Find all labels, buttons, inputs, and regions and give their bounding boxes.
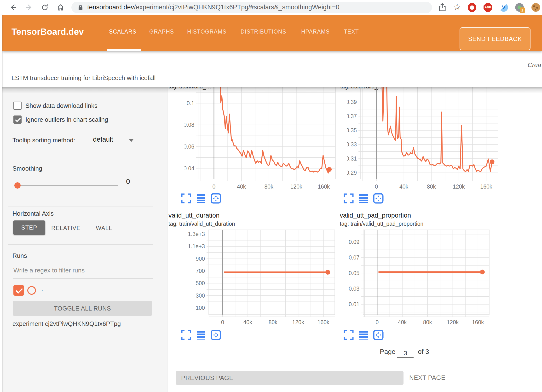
show-download-checkbox[interactable] (13, 102, 22, 110)
smoothing-value[interactable]: 0 (126, 177, 130, 185)
runs-filter-input[interactable] (13, 266, 148, 274)
fit-to-data-icon[interactable] (373, 330, 384, 340)
smoothing-slider-track[interactable] (16, 185, 118, 186)
chart-canvas-1[interactable]: 0.390.370.350.330.310.29040k80k120k160k (347, 81, 506, 195)
abp-extension-icon[interactable]: ABP (484, 3, 492, 12)
show-download-label: Show data download links (25, 102, 98, 110)
svg-text:0.07: 0.07 (349, 254, 359, 261)
svg-text:0.04: 0.04 (185, 165, 194, 172)
privacy-extension-icon[interactable]: 1 (515, 3, 524, 12)
chart-canvas-3[interactable]: 0.090.070.050.030.01040k80k120k160k (339, 228, 498, 329)
lock-icon (78, 5, 83, 12)
svg-text:80k: 80k (423, 319, 432, 325)
svg-text:0.1: 0.1 (187, 100, 194, 106)
reload-icon[interactable] (41, 3, 49, 12)
svg-text:120k: 120k (290, 184, 302, 190)
expand-icon[interactable] (181, 330, 191, 340)
expand-icon[interactable] (343, 330, 354, 340)
chart-tag-valid-utt-duration: tag: train/valid_utt_duration (168, 221, 235, 227)
v-extension-icon[interactable]: V (499, 3, 508, 12)
previous-page-button[interactable]: PREVIOUS PAGE (176, 371, 404, 385)
back-icon[interactable] (9, 3, 17, 12)
svg-text:160k: 160k (318, 184, 330, 190)
window-edge (0, 15, 2, 392)
svg-text:0: 0 (221, 319, 224, 325)
settings-sidebar: Show data download links Ignore outliers… (2, 87, 167, 392)
star-icon[interactable]: ☆ (453, 2, 461, 12)
fit-to-data-icon[interactable] (211, 330, 221, 340)
svg-text:0.05: 0.05 (349, 270, 359, 276)
run-checkbox[interactable] (13, 285, 24, 296)
axis-relative-button[interactable]: RELATIVE (51, 225, 81, 231)
svg-text:80k: 80k (269, 319, 278, 325)
fit-to-data-icon[interactable] (373, 193, 384, 204)
svg-text:0.29: 0.29 (347, 170, 357, 176)
expand-icon[interactable] (343, 193, 354, 204)
extension-badge: 1 (520, 7, 525, 13)
page-number-input[interactable] (397, 349, 414, 358)
tab-text[interactable]: TEXT (344, 29, 359, 35)
chart-tag-valid-utt-pad-proportion: tag: train/valid_utt_pad_proportion (340, 221, 423, 227)
svg-text:40k: 40k (398, 319, 407, 325)
send-feedback-button[interactable]: SEND FEEDBACK (460, 27, 530, 50)
axis-wall-button[interactable]: WALL (96, 225, 112, 231)
experiment-title: LSTM transducer training for LibriSpeech… (12, 74, 156, 82)
chart-canvas-2[interactable]: 1.3e+31.1e+3900700500300100040k80k120k16… (185, 228, 343, 329)
stop-hand-extension-icon[interactable] (468, 3, 476, 12)
horizontal-lines-icon[interactable] (358, 330, 369, 340)
svg-text:1.1e+3: 1.1e+3 (188, 243, 205, 249)
horizontal-axis-label: Horizontal Axis (12, 210, 54, 217)
expand-icon[interactable] (181, 193, 191, 204)
svg-text:0: 0 (375, 184, 378, 190)
url-text[interactable]: tensorboard.dev/experiment/cj2vtPiwQHKN9… (87, 4, 339, 11)
tab-histograms[interactable]: HISTOGRAMS (187, 29, 226, 35)
experiment-header-band: Crea LSTM transducer training for LibriS… (2, 51, 542, 87)
svg-text:0.31: 0.31 (347, 156, 357, 162)
horizontal-lines-icon[interactable] (358, 193, 369, 204)
tooltip-sorting-select[interactable]: default (93, 136, 113, 143)
page-count-label: of 3 (418, 348, 429, 356)
forward-icon[interactable] (25, 3, 33, 12)
axis-step-button[interactable]: STEP (13, 220, 45, 235)
smoothing-slider-thumb[interactable] (14, 182, 21, 189)
horizontal-lines-icon[interactable] (196, 193, 206, 204)
tab-hparams[interactable]: HPARAMS (301, 29, 330, 35)
svg-text:500: 500 (196, 280, 205, 286)
chevron-down-icon[interactable] (129, 139, 134, 142)
cookie-extension-icon[interactable] (531, 3, 540, 12)
tensorboard-page: tensorboard.dev/experiment/cj2vtPiwQHKN9… (0, 0, 542, 392)
chart-canvas-0[interactable]: 0.10.080.060.04040k80k120k160k (185, 81, 343, 195)
ignore-outliers-checkbox[interactable] (13, 115, 22, 124)
next-page-button[interactable]: NEXT PAGE (408, 374, 447, 382)
svg-text:120k: 120k (453, 184, 465, 190)
tooltip-sorting-label: Tooltip sorting method: (12, 137, 75, 144)
ignore-outliers-label: Ignore outliers in chart scaling (25, 116, 108, 123)
tab-scalars[interactable]: SCALARS (109, 29, 136, 35)
fit-to-data-icon[interactable] (211, 193, 221, 204)
svg-text:0: 0 (375, 319, 379, 325)
share-icon[interactable] (438, 3, 447, 13)
divider (8, 158, 153, 158)
url-path: /experiment/cj2vtPiwQHKN9Q1tx6PTpg/#scal… (134, 4, 339, 11)
svg-text:100: 100 (196, 305, 205, 311)
svg-text:40k: 40k (243, 319, 253, 325)
smoothing-underline (120, 191, 153, 191)
smoothing-label: Smoothing (12, 165, 42, 172)
home-icon[interactable] (57, 3, 65, 12)
chart-title-valid-utt-duration: valid_utt_duration (168, 212, 219, 219)
svg-text:80k: 80k (265, 184, 274, 190)
svg-text:0.03: 0.03 (349, 286, 359, 292)
svg-text:40k: 40k (399, 184, 409, 190)
svg-text:0.35: 0.35 (347, 127, 357, 133)
tab-distributions[interactable]: DISTRIBUTIONS (241, 29, 286, 35)
svg-text:0.33: 0.33 (347, 141, 357, 148)
tab-graphs[interactable]: GRAPHS (149, 29, 174, 35)
app-logo: TensorBoard.dev (12, 27, 84, 37)
created-text-fragment: Crea (528, 61, 541, 69)
svg-text:0.01: 0.01 (349, 301, 359, 307)
run-color-swatch[interactable] (27, 286, 36, 295)
app-header: TensorBoard.dev SCALARS GRAPHS HISTOGRAM… (2, 15, 542, 51)
toggle-all-runs-button[interactable]: TOGGLE ALL RUNS (13, 301, 152, 316)
horizontal-lines-icon[interactable] (196, 330, 206, 340)
divider (8, 207, 153, 207)
